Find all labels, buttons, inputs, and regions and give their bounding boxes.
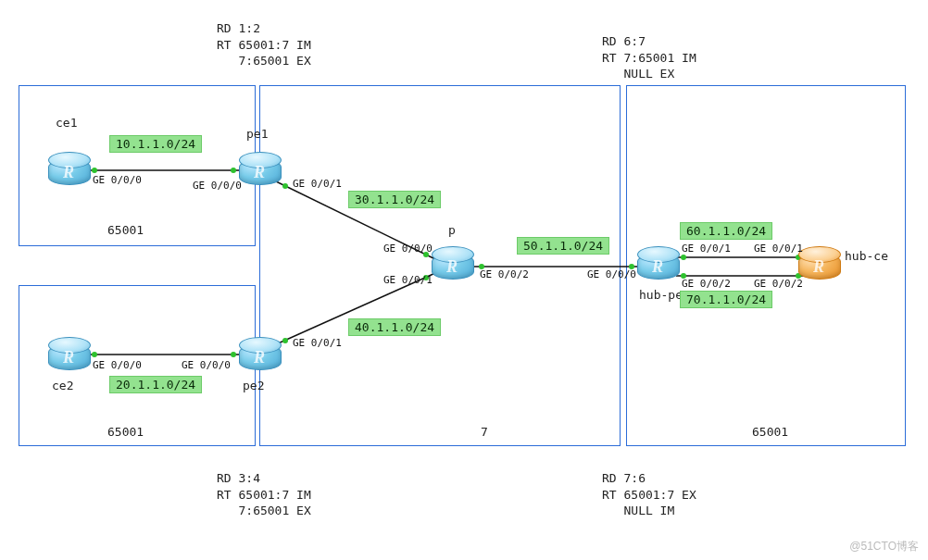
as-label-core: 7 xyxy=(481,424,488,441)
intf-p-g002: GE 0/0/2 xyxy=(480,268,529,280)
intf-pe2-g000: GE 0/0/0 xyxy=(182,359,231,371)
intf-p-g000: GE 0/0/0 xyxy=(383,243,433,255)
as-label-ce1: 65001 xyxy=(107,222,144,239)
intf-ce1-g000: GE 0/0/0 xyxy=(93,174,142,186)
cfg-bottom-right: RD 7:6 RT 65001:7 EX NULL IM xyxy=(602,470,696,519)
label-hubce: hub-ce xyxy=(845,248,888,265)
subnet-40: 40.1.1.0/24 xyxy=(348,318,441,336)
router-pe2[interactable]: R xyxy=(239,335,280,376)
subnet-70: 70.1.1.0/24 xyxy=(680,291,772,308)
router-ce1[interactable]: R xyxy=(48,150,89,191)
as-label-hub: 65001 xyxy=(752,424,788,441)
intf-hubpe-g001: GE 0/0/1 xyxy=(682,243,731,255)
subnet-20: 20.1.1.0/24 xyxy=(109,376,202,393)
intf-p-g001: GE 0/0/1 xyxy=(383,274,433,286)
intf-hubpe-g002: GE 0/0/2 xyxy=(682,278,731,290)
cfg-bottom-left: RD 3:4 RT 65001:7 IM 7:65001 EX xyxy=(217,470,311,519)
label-hubpe: hub-pe xyxy=(639,287,683,304)
as-label-ce2: 65001 xyxy=(107,424,144,441)
subnet-10: 10.1.1.0/24 xyxy=(109,135,202,153)
router-hubce[interactable]: R xyxy=(798,244,839,285)
subnet-30: 30.1.1.0/24 xyxy=(348,191,441,208)
router-pe1[interactable]: R xyxy=(239,150,280,191)
router-p[interactable]: R xyxy=(432,244,472,285)
watermark: @51CTO博客 xyxy=(849,539,919,554)
intf-hubce-g001: GE 0/0/1 xyxy=(754,243,803,255)
router-ce2[interactable]: R xyxy=(48,335,89,376)
intf-hubce-g002: GE 0/0/2 xyxy=(754,278,803,290)
label-pe1: pe1 xyxy=(246,126,268,143)
intf-hubpe-g000: GE 0/0/0 xyxy=(587,268,636,280)
intf-ce2-g000: GE 0/0/0 xyxy=(93,359,142,371)
intf-pe1-g000: GE 0/0/0 xyxy=(193,180,242,192)
label-ce1: ce1 xyxy=(56,115,77,131)
intf-pe2-g001: GE 0/0/1 xyxy=(293,337,342,349)
label-ce2: ce2 xyxy=(52,378,73,394)
router-hubpe[interactable]: R xyxy=(637,244,678,285)
cfg-top-right: RD 6:7 RT 7:65001 IM NULL EX xyxy=(602,33,696,82)
label-p: p xyxy=(448,222,456,239)
subnet-60: 60.1.1.0/24 xyxy=(680,222,772,240)
intf-pe1-g001: GE 0/0/1 xyxy=(293,178,342,190)
subnet-50: 50.1.1.0/24 xyxy=(517,237,609,255)
label-pe2: pe2 xyxy=(243,378,264,394)
cfg-top-left: RD 1:2 RT 65001:7 IM 7:65001 EX xyxy=(217,20,311,69)
